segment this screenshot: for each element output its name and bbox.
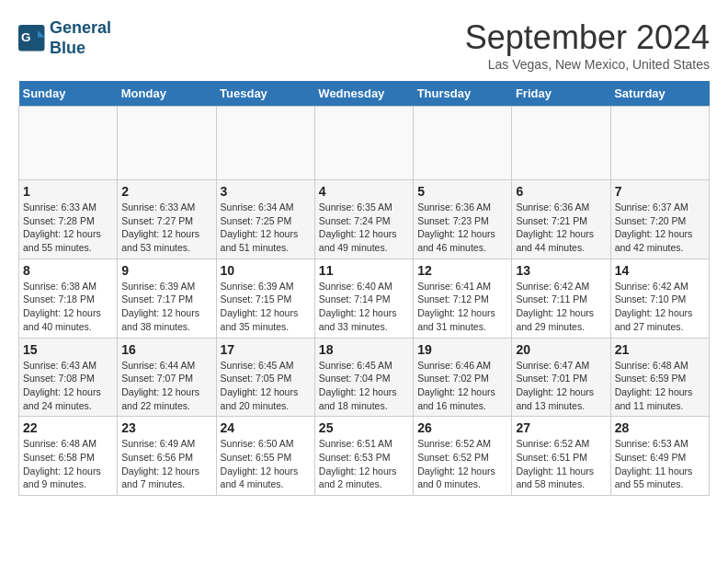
cell-info: Sunrise: 6:46 AMSunset: 7:02 PMDaylight:… [417,359,507,413]
svg-text:G: G [21,30,31,44]
table-row: 25Sunrise: 6:51 AMSunset: 6:53 PMDayligh… [314,417,413,496]
cell-day-number: 16 [121,342,211,357]
calendar-week-row: 1Sunrise: 6:33 AMSunset: 7:28 PMDaylight… [19,180,710,259]
table-row: 10Sunrise: 6:39 AMSunset: 7:15 PMDayligh… [216,259,314,338]
table-row: 14Sunrise: 6:42 AMSunset: 7:10 PMDayligh… [610,259,709,338]
cell-info: Sunrise: 6:35 AMSunset: 7:24 PMDaylight:… [319,201,409,255]
location-title: Las Vegas, New Mexico, United States [465,57,710,72]
cell-info: Sunrise: 6:45 AMSunset: 7:04 PMDaylight:… [319,359,409,413]
cell-day-number: 1 [23,184,113,199]
table-row: 4Sunrise: 6:35 AMSunset: 7:24 PMDaylight… [314,180,413,259]
table-row: 8Sunrise: 6:38 AMSunset: 7:18 PMDaylight… [19,259,118,338]
cell-info: Sunrise: 6:47 AMSunset: 7:01 PMDaylight:… [516,359,606,413]
calendar-week-row: 22Sunrise: 6:48 AMSunset: 6:58 PMDayligh… [19,417,710,496]
cell-info: Sunrise: 6:45 AMSunset: 7:05 PMDaylight:… [221,359,311,413]
cell-day-number: 27 [516,420,606,435]
cell-day-number: 20 [516,342,606,357]
table-row: 11Sunrise: 6:40 AMSunset: 7:14 PMDayligh… [314,259,413,338]
table-row: 18Sunrise: 6:45 AMSunset: 7:04 PMDayligh… [314,338,413,417]
table-row: 9Sunrise: 6:39 AMSunset: 7:17 PMDaylight… [118,259,216,338]
table-row: 12Sunrise: 6:41 AMSunset: 7:12 PMDayligh… [414,259,512,338]
table-row: 27Sunrise: 6:52 AMSunset: 6:51 PMDayligh… [512,417,610,496]
table-row [610,107,709,180]
table-row: 16Sunrise: 6:44 AMSunset: 7:07 PMDayligh… [118,338,216,417]
table-row: 1Sunrise: 6:33 AMSunset: 7:28 PMDaylight… [19,180,118,259]
col-sunday: Sunday [19,81,118,107]
table-row: 23Sunrise: 6:49 AMSunset: 6:56 PMDayligh… [118,417,216,496]
cell-day-number: 9 [121,263,211,278]
cell-day-number: 8 [23,263,113,278]
cell-info: Sunrise: 6:53 AMSunset: 6:49 PMDaylight:… [615,437,705,491]
cell-day-number: 24 [221,420,311,435]
cell-day-number: 5 [417,184,507,199]
col-saturday: Saturday [610,81,709,107]
col-monday: Monday [118,81,216,107]
table-row: 24Sunrise: 6:50 AMSunset: 6:55 PMDayligh… [216,417,314,496]
cell-info: Sunrise: 6:50 AMSunset: 6:55 PMDaylight:… [221,437,311,491]
table-row [19,107,118,180]
cell-info: Sunrise: 6:48 AMSunset: 6:58 PMDaylight:… [23,437,113,491]
cell-day-number: 15 [23,342,113,357]
col-thursday: Thursday [414,81,512,107]
cell-day-number: 21 [615,342,705,357]
calendar-week-row: 8Sunrise: 6:38 AMSunset: 7:18 PMDaylight… [19,259,710,338]
cell-day-number: 11 [319,263,409,278]
cell-day-number: 4 [319,184,409,199]
col-wednesday: Wednesday [314,81,413,107]
cell-day-number: 14 [615,263,705,278]
cell-info: Sunrise: 6:33 AMSunset: 7:27 PMDaylight:… [121,201,211,255]
cell-day-number: 26 [417,420,507,435]
logo-icon: G [18,25,46,52]
table-row: 22Sunrise: 6:48 AMSunset: 6:58 PMDayligh… [19,417,118,496]
cell-day-number: 19 [417,342,507,357]
cell-info: Sunrise: 6:42 AMSunset: 7:10 PMDaylight:… [615,280,705,334]
table-row: 7Sunrise: 6:37 AMSunset: 7:20 PMDaylight… [610,180,709,259]
table-row: 20Sunrise: 6:47 AMSunset: 7:01 PMDayligh… [512,338,610,417]
cell-day-number: 22 [23,420,113,435]
table-row [216,107,314,180]
logo: G General Blue [18,18,111,58]
table-row: 17Sunrise: 6:45 AMSunset: 7:05 PMDayligh… [216,338,314,417]
cell-day-number: 7 [615,184,705,199]
logo-line2: Blue [50,39,85,57]
cell-day-number: 18 [319,342,409,357]
calendar-table: Sunday Monday Tuesday Wednesday Thursday… [18,81,710,496]
cell-day-number: 23 [121,420,211,435]
cell-info: Sunrise: 6:33 AMSunset: 7:28 PMDaylight:… [23,201,113,255]
table-row: 15Sunrise: 6:43 AMSunset: 7:08 PMDayligh… [19,338,118,417]
cell-info: Sunrise: 6:41 AMSunset: 7:12 PMDaylight:… [417,280,507,334]
cell-day-number: 17 [221,342,311,357]
col-friday: Friday [512,81,610,107]
table-row: 2Sunrise: 6:33 AMSunset: 7:27 PMDaylight… [118,180,216,259]
page-header: G General Blue September 2024 Las Vegas,… [18,18,710,72]
table-row: 26Sunrise: 6:52 AMSunset: 6:52 PMDayligh… [414,417,512,496]
cell-info: Sunrise: 6:44 AMSunset: 7:07 PMDaylight:… [121,359,211,413]
cell-day-number: 25 [319,420,409,435]
cell-day-number: 2 [121,184,211,199]
cell-info: Sunrise: 6:38 AMSunset: 7:18 PMDaylight:… [23,280,113,334]
logo-line1: General [50,18,111,37]
table-row: 6Sunrise: 6:36 AMSunset: 7:21 PMDaylight… [512,180,610,259]
cell-day-number: 6 [516,184,606,199]
table-row: 5Sunrise: 6:36 AMSunset: 7:23 PMDaylight… [414,180,512,259]
cell-info: Sunrise: 6:43 AMSunset: 7:08 PMDaylight:… [23,359,113,413]
cell-day-number: 13 [516,263,606,278]
table-row [414,107,512,180]
cell-info: Sunrise: 6:51 AMSunset: 6:53 PMDaylight:… [319,437,409,491]
table-row: 28Sunrise: 6:53 AMSunset: 6:49 PMDayligh… [610,417,709,496]
col-tuesday: Tuesday [216,81,314,107]
cell-day-number: 3 [221,184,311,199]
table-row [118,107,216,180]
cell-day-number: 10 [221,263,311,278]
table-row: 19Sunrise: 6:46 AMSunset: 7:02 PMDayligh… [414,338,512,417]
cell-info: Sunrise: 6:34 AMSunset: 7:25 PMDaylight:… [221,201,311,255]
cell-info: Sunrise: 6:36 AMSunset: 7:23 PMDaylight:… [417,201,507,255]
table-row: 13Sunrise: 6:42 AMSunset: 7:11 PMDayligh… [512,259,610,338]
calendar-week-row [19,107,710,180]
cell-info: Sunrise: 6:52 AMSunset: 6:51 PMDaylight:… [516,437,606,491]
cell-day-number: 28 [615,420,705,435]
cell-info: Sunrise: 6:52 AMSunset: 6:52 PMDaylight:… [417,437,507,491]
cell-info: Sunrise: 6:36 AMSunset: 7:21 PMDaylight:… [516,201,606,255]
cell-day-number: 12 [417,263,507,278]
calendar-header-row: Sunday Monday Tuesday Wednesday Thursday… [19,81,710,107]
